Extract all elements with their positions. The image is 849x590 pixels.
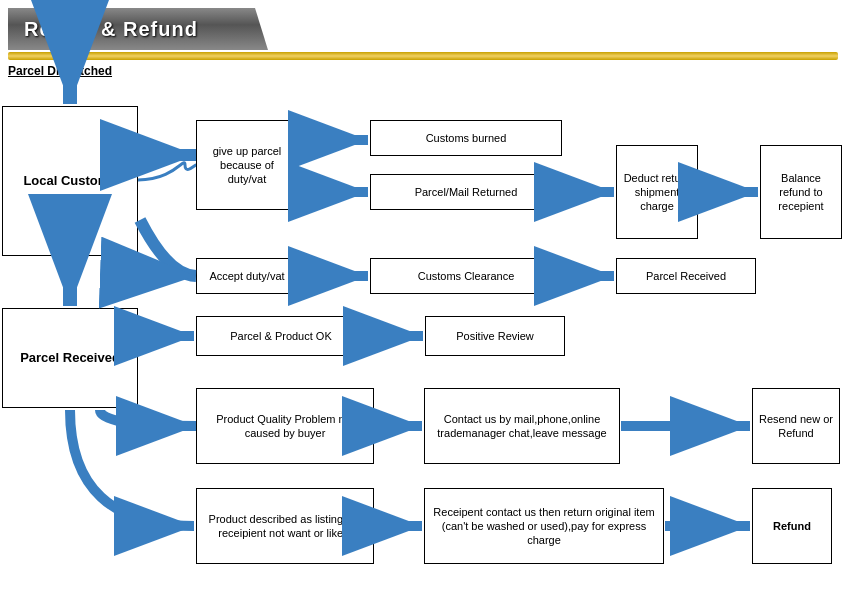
give-up-parcel-box: give up parcel because of duty/vat [196, 120, 298, 210]
header-title: Return & Refund [24, 18, 198, 41]
resend-refund-box: Resend new or Refund [752, 388, 840, 464]
local-customs-box: Local Customs [2, 106, 138, 256]
gold-bar [8, 52, 838, 60]
header-banner: Return & Refund [8, 8, 268, 50]
parcel-dispatched-label: Parcel Dispatched [8, 64, 112, 78]
refund-box: Refund [752, 488, 832, 564]
parcel-mail-returned-box: Parcel/Mail Returned [370, 174, 562, 210]
parcel-received-top-box: Parcel Received [616, 258, 756, 294]
customs-clearance-box: Customs Clearance [370, 258, 562, 294]
customs-burned-box: Customs burned [370, 120, 562, 156]
positive-review-box: Positive Review [425, 316, 565, 356]
accept-duty-box: Accept duty/vat [196, 258, 298, 294]
product-quality-box: Product Quality Problem not caused by bu… [196, 388, 374, 464]
balance-refund-box: Balance refund to recepient [760, 145, 842, 239]
contact-us-box: Contact us by mail,phone,online trademan… [424, 388, 620, 464]
parcel-product-ok-box: Parcel & Product OK [196, 316, 366, 356]
product-described-box: Product described as listing,but receipi… [196, 488, 374, 564]
receipient-contact-box: Receipent contact us then return origina… [424, 488, 664, 564]
deduct-return-box: Deduct return shipment charge [616, 145, 698, 239]
parcel-received-main-box: Parcel Received [2, 308, 138, 408]
